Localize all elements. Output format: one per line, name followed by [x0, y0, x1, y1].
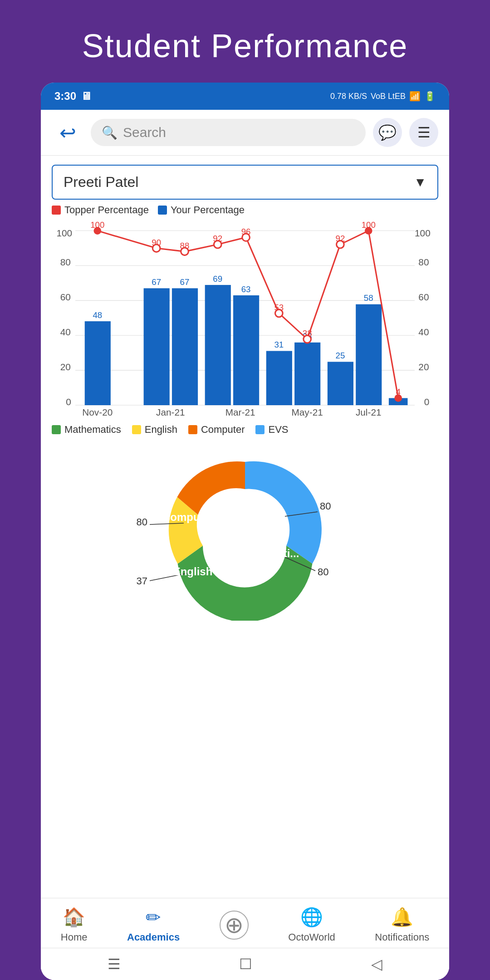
chart-area: Topper Percentage Your Percentage 0 20 4…: [41, 204, 449, 898]
svg-text:67: 67: [180, 277, 190, 287]
back-arrow-icon: ↩: [59, 121, 76, 144]
nav-notifications-label: Notifications: [375, 931, 429, 943]
svg-text:38: 38: [303, 328, 312, 338]
svg-rect-28: [266, 351, 292, 405]
nav-center-button[interactable]: ⊕: [220, 911, 249, 940]
android-menu-button[interactable]: ☰: [108, 956, 121, 973]
svg-rect-24: [205, 285, 231, 405]
legend-mathematics: Mathematics: [52, 424, 121, 436]
menu-button[interactable]: ☰: [409, 118, 438, 147]
chart-legend: Topper Percentage Your Percentage: [52, 204, 438, 216]
chat-button[interactable]: 💬: [373, 118, 402, 147]
android-nav: ☰ ☐ ◁: [41, 948, 449, 980]
svg-text:90: 90: [152, 238, 161, 247]
selected-student: Preeti Patel: [64, 174, 138, 191]
yours-color-dot: [158, 206, 167, 215]
dropdown-arrow-icon: ▼: [414, 175, 426, 190]
svg-text:96: 96: [241, 227, 251, 236]
svg-text:37: 37: [137, 575, 147, 587]
legend-evs: EVS: [255, 424, 288, 436]
svg-text:60: 60: [418, 292, 429, 302]
svg-text:48: 48: [93, 310, 102, 320]
notifications-icon: 🔔: [391, 906, 413, 928]
svg-text:80: 80: [418, 257, 429, 267]
donut-chart-wrapper: 80 EVS 80 Mathemati... 37 English 80 Com…: [52, 439, 438, 621]
svg-text:Jul-21: Jul-21: [356, 407, 382, 417]
phone-frame: 3:30 🖥 0.78 KB/S VoB LtEB 📶 🔋 ↩ 🔍 Search…: [41, 83, 449, 980]
search-bar[interactable]: 🔍 Search: [91, 119, 366, 146]
hamburger-icon: ☰: [417, 124, 431, 141]
octo-plus-icon: ⊕: [220, 911, 249, 940]
svg-text:Jan-21: Jan-21: [156, 407, 185, 417]
donut-chart-svg: 80 EVS 80 Mathemati... 37 English 80 Com…: [59, 439, 431, 621]
chat-icon: 💬: [378, 124, 397, 141]
svg-text:20: 20: [418, 362, 429, 372]
english-color: [132, 425, 141, 434]
math-color: [52, 425, 61, 434]
svg-text:40: 40: [418, 327, 429, 337]
legend-computer: Computer: [188, 424, 245, 436]
topper-color-dot: [52, 206, 61, 215]
svg-text:May-21: May-21: [292, 407, 323, 417]
svg-rect-20: [144, 288, 170, 405]
svg-text:31: 31: [274, 340, 284, 349]
svg-rect-34: [356, 304, 382, 405]
svg-text:English: English: [173, 565, 213, 578]
svg-text:80: 80: [318, 566, 328, 578]
svg-text:0: 0: [66, 397, 71, 407]
nav-octoworld-label: OctoWorld: [288, 931, 335, 943]
status-bar: 3:30 🖥 0.78 KB/S VoB LtEB 📶 🔋: [41, 83, 449, 110]
page-header: Student Performance: [0, 0, 490, 83]
bar-chart-svg: 0 20 40 60 80 100 0 20 40 60 80 100: [52, 220, 438, 420]
academics-icon: ✏: [146, 907, 161, 928]
bar-chart: 0 20 40 60 80 100 0 20 40 60 80 100: [52, 220, 438, 420]
svg-point-56: [394, 394, 402, 402]
svg-text:92: 92: [335, 234, 345, 243]
nav-academics-label: Academics: [127, 931, 180, 943]
computer-color: [188, 425, 197, 434]
svg-text:Mar-21: Mar-21: [225, 407, 255, 417]
svg-text:100: 100: [362, 220, 376, 230]
svg-text:80: 80: [60, 257, 71, 267]
bottom-nav: 🏠 Home ✏ Academics ⊕ 🌐 OctoWorld 🔔 Notif…: [41, 898, 449, 948]
search-placeholder: Search: [123, 125, 166, 140]
nav-academics[interactable]: ✏ Academics: [127, 907, 180, 943]
back-button[interactable]: ↩: [52, 119, 83, 146]
android-home-button[interactable]: ☐: [239, 956, 252, 973]
svg-text:25: 25: [335, 351, 345, 360]
subject-legend: Mathematics English Computer EVS: [52, 424, 438, 436]
svg-rect-26: [233, 295, 259, 405]
nav-icons: 💬 ☰: [373, 118, 438, 147]
svg-text:88: 88: [180, 241, 190, 250]
svg-text:Compute...: Compute...: [162, 511, 219, 523]
legend-topper: Topper Percentage: [52, 204, 149, 216]
android-back-button[interactable]: ◁: [371, 956, 382, 973]
svg-text:67: 67: [152, 277, 161, 287]
svg-text:63: 63: [241, 284, 251, 294]
svg-text:40: 40: [60, 327, 71, 337]
nav-home[interactable]: 🏠 Home: [61, 906, 88, 943]
svg-text:69: 69: [213, 274, 222, 284]
legend-english: English: [132, 424, 177, 436]
svg-text:100: 100: [90, 220, 104, 230]
nav-notifications[interactable]: 🔔 Notifications: [375, 906, 429, 943]
evs-color: [255, 425, 265, 434]
status-right: 0.78 KB/S VoB LtEB 📶 🔋: [330, 91, 436, 102]
svg-text:80: 80: [320, 500, 331, 512]
svg-rect-22: [172, 288, 198, 405]
nav-home-label: Home: [61, 931, 88, 943]
svg-text:92: 92: [213, 234, 222, 243]
svg-text:Mathemati...: Mathemati...: [236, 547, 299, 559]
app-content: ↩ 🔍 Search 💬 ☰ Preeti Patel ▼: [41, 110, 449, 980]
svg-text:Nov-20: Nov-20: [82, 407, 113, 417]
svg-text:EVS: EVS: [261, 509, 283, 521]
legend-yours: Your Percentage: [158, 204, 245, 216]
home-icon: 🏠: [63, 906, 85, 928]
status-time: 3:30 🖥: [54, 90, 92, 103]
svg-text:60: 60: [60, 292, 71, 302]
nav-octoworld[interactable]: 🌐 OctoWorld: [288, 906, 335, 943]
svg-text:20: 20: [60, 362, 71, 372]
svg-rect-18: [85, 321, 111, 405]
page-title: Student Performance: [18, 27, 472, 64]
student-dropdown[interactable]: Preeti Patel ▼: [52, 165, 438, 200]
